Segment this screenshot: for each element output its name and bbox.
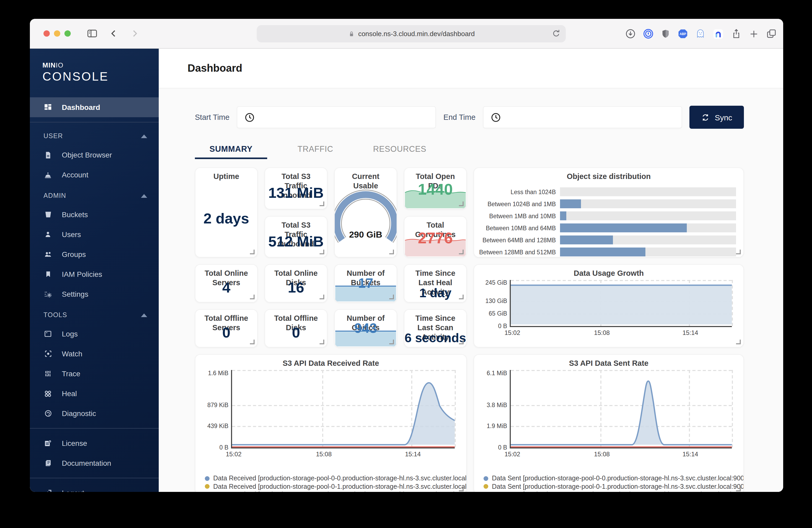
legend-item: Data Received [production-storage-pool-0… xyxy=(205,491,459,492)
lock-icon xyxy=(348,30,355,37)
end-time-input[interactable] xyxy=(483,106,682,128)
resize-handle-icon[interactable] xyxy=(459,487,464,492)
tab-resources[interactable]: RESOURCES xyxy=(364,141,436,159)
resize-handle-icon[interactable] xyxy=(459,340,464,344)
resize-handle-icon[interactable] xyxy=(320,201,324,206)
resize-handle-icon[interactable] xyxy=(320,295,324,299)
resize-handle-icon[interactable] xyxy=(459,201,464,206)
start-time-input[interactable] xyxy=(237,106,436,128)
adblock-plus-extension-icon[interactable]: ABP xyxy=(677,28,688,39)
ghostery-extension-icon[interactable] xyxy=(695,28,706,39)
shield-extension-icon[interactable] xyxy=(661,28,670,39)
open-fds-value: 1440 xyxy=(404,181,466,198)
offline-disks-value: 0 xyxy=(292,324,300,341)
sidebar-section-admin[interactable]: ADMIN xyxy=(30,187,159,205)
x-tick: 15:02 xyxy=(505,329,520,336)
collapse-icon[interactable] xyxy=(141,313,147,317)
sidebar-toggle-icon[interactable] xyxy=(86,28,98,39)
downloads-icon[interactable] xyxy=(625,28,636,39)
sidebar-item-users[interactable]: Users xyxy=(30,225,159,244)
logo-console: CONSOLE xyxy=(42,70,159,84)
resize-handle-icon[interactable] xyxy=(389,340,394,344)
sync-button[interactable]: Sync xyxy=(690,106,744,129)
resize-handle-icon[interactable] xyxy=(320,340,324,344)
terminal-icon xyxy=(43,330,53,338)
sidebar-item-logs[interactable]: Logs xyxy=(30,324,159,344)
zero-baseline xyxy=(511,447,732,448)
sidebar-item-license[interactable]: License xyxy=(30,433,159,453)
back-button-icon[interactable] xyxy=(108,28,119,39)
scan-activity-value: 6 seconds xyxy=(405,330,466,345)
sidebar-item-label: Buckets xyxy=(62,210,88,219)
sidebar-item-watch[interactable]: Watch xyxy=(30,344,159,364)
resize-handle-icon[interactable] xyxy=(250,250,255,254)
sidebar-item-buckets[interactable]: Buckets xyxy=(30,205,159,225)
uptime-value: 2 days xyxy=(204,210,249,227)
resize-handle-icon[interactable] xyxy=(736,340,741,344)
sidebar-item-label: Logout xyxy=(62,489,84,492)
tab-overview-icon[interactable] xyxy=(766,28,777,39)
y-tick: 3.8 MiB xyxy=(487,402,507,408)
y-tick: 1.9 MiB xyxy=(487,423,507,429)
sidebar-item-documentation[interactable]: Documentation xyxy=(30,453,159,473)
collapse-icon[interactable] xyxy=(141,194,147,198)
arc-extension-icon[interactable] xyxy=(712,28,724,40)
address-bar[interactable]: console.ns-3.cloud.min.dev/dashboard xyxy=(257,25,566,42)
legend-label: Data Received [production-storage-pool-0… xyxy=(213,474,467,482)
sidebar-item-logout[interactable]: Logout xyxy=(30,483,159,492)
x-tick: 15:08 xyxy=(316,451,332,458)
onepassword-extension-icon[interactable] xyxy=(643,28,654,39)
y-tick: 0 B xyxy=(219,444,228,451)
resize-handle-icon[interactable] xyxy=(459,250,464,254)
resize-handle-icon[interactable] xyxy=(736,250,741,254)
bar-label: Between 1024B and 1MB xyxy=(477,201,556,207)
clock-icon xyxy=(490,112,501,123)
sidebar-item-object-browser[interactable]: Object Browser xyxy=(30,145,159,165)
new-tab-icon[interactable] xyxy=(749,29,759,39)
sidebar-item-dashboard[interactable]: Dashboard xyxy=(30,97,159,117)
sidebar-item-iam-policies[interactable]: IAM Policies xyxy=(30,264,159,284)
forward-button-icon[interactable] xyxy=(129,28,140,39)
resize-handle-icon[interactable] xyxy=(250,340,255,344)
bar xyxy=(560,236,613,244)
tab-traffic[interactable]: TRAFFIC xyxy=(279,141,351,159)
zoom-window-button[interactable] xyxy=(64,30,71,36)
resize-handle-icon[interactable] xyxy=(459,295,464,299)
reload-icon[interactable] xyxy=(551,28,562,39)
sidebar-item-groups[interactable]: Groups xyxy=(30,244,159,264)
resize-handle-icon[interactable] xyxy=(250,295,255,299)
sidebar-section-user[interactable]: USER xyxy=(30,127,159,145)
close-window-button[interactable] xyxy=(43,30,50,36)
clock-icon xyxy=(244,112,255,123)
outbound-value: 512 MiB xyxy=(268,233,324,250)
tab-summary[interactable]: SUMMARY xyxy=(195,141,267,159)
share-icon[interactable] xyxy=(731,28,742,39)
legend-label: Data Sent [production-storage-pool-0-1.p… xyxy=(492,483,744,490)
sidebar-item-diagnostic[interactable]: Diagnostic xyxy=(30,404,159,423)
sidebar-item-account[interactable]: Account xyxy=(30,165,159,185)
groups-icon xyxy=(43,250,53,258)
legend-item: Data Sent [production-storage-pool-0-2.p… xyxy=(483,491,736,492)
minio-console-logo: MINIO CONSOLE xyxy=(30,49,159,84)
object-size-distribution-card: Object size distribution Less than 1024B… xyxy=(474,167,744,257)
resize-handle-icon[interactable] xyxy=(320,250,324,254)
buckets-count-value: 17 xyxy=(335,275,396,291)
bar-label: Less than 1024B xyxy=(477,188,556,195)
zero-baseline xyxy=(232,447,455,448)
bar xyxy=(560,199,581,208)
x-tick: 15:14 xyxy=(682,329,698,336)
sidebar-section-tools[interactable]: TOOLS xyxy=(30,306,159,324)
resize-handle-icon[interactable] xyxy=(736,487,741,492)
diagnostic-icon xyxy=(43,409,53,418)
chart-title: Object size distribution xyxy=(474,172,743,181)
service-bell-icon xyxy=(43,170,53,179)
minimize-window-button[interactable] xyxy=(54,30,60,36)
resize-handle-icon[interactable] xyxy=(389,250,394,254)
sidebar-item-settings[interactable]: Settings xyxy=(30,284,159,304)
sidebar-item-heal[interactable]: Heal xyxy=(30,383,159,404)
sidebar-item-trace[interactable]: Trace xyxy=(30,364,159,383)
y-tick: 6.1 MiB xyxy=(487,370,507,376)
resize-handle-icon[interactable] xyxy=(389,295,394,299)
collapse-icon[interactable] xyxy=(141,134,147,138)
chart-title: Data Usage Growth xyxy=(481,269,736,278)
